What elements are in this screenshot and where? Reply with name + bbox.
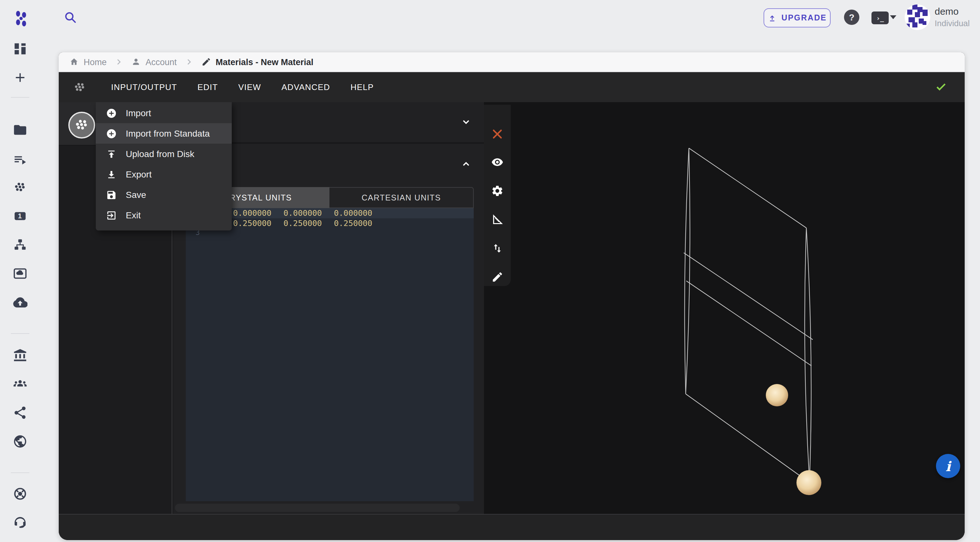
share-icon [13, 405, 27, 420]
menu-item-save[interactable]: Save [96, 184, 232, 205]
sidebar-item-people[interactable] [9, 373, 31, 394]
sidebar-item-materials-dots[interactable] [9, 176, 31, 198]
wave-3d-viewer[interactable]: i [484, 102, 965, 514]
dashboard-icon [13, 41, 27, 56]
menu-item-import-from-standata[interactable]: Import from Standata [96, 123, 232, 144]
plus-icon [13, 70, 27, 84]
breadcrumb-label: Home [84, 57, 107, 67]
search-button[interactable] [63, 10, 77, 24]
search-icon [63, 10, 77, 24]
changes-saved-button[interactable] [934, 80, 948, 94]
viewer-eye-button[interactable] [491, 156, 504, 168]
viewer-gear-button[interactable] [491, 184, 504, 197]
menu-item-export[interactable]: Export [96, 164, 232, 184]
sidebar-item-help-wheel[interactable] [9, 483, 31, 504]
sidebar-item-support-agent[interactable] [9, 511, 31, 533]
flowchart-icon [13, 237, 27, 252]
question-mark-icon: ? [849, 12, 854, 22]
upload-icon [106, 148, 117, 159]
upgrade-label: UPGRADE [781, 13, 827, 22]
editor-scrollbar[interactable] [175, 504, 460, 512]
download-icon [106, 169, 117, 180]
viewer-swap-vertical-button[interactable] [491, 242, 504, 255]
sidebar-item-globe[interactable] [9, 430, 31, 452]
menu-item-upload-from-disk[interactable]: Upload from Disk [96, 144, 232, 164]
designer-body: Lattice Basis CRYSTAL UNITS CARTESIAN UN… [59, 102, 965, 514]
menu-item-label: Exit [126, 210, 141, 220]
workspace-card: HomeAccountMaterials - New Material INPU… [59, 52, 965, 540]
sidebar-item-media-image[interactable] [9, 262, 31, 284]
app-window: UPGRADE ? ›_ demo Individual 1 HomeAccou… [0, 0, 980, 542]
material-dots-icon [73, 117, 90, 134]
sidebar-item-cloud-upload[interactable] [9, 291, 31, 313]
atom-sphere [766, 384, 788, 406]
upgrade-button[interactable]: UPGRADE [764, 8, 830, 27]
media-image-icon [13, 266, 27, 281]
console-button[interactable]: ›_ [872, 11, 889, 24]
save-icon [106, 189, 117, 200]
menu-item-label: Import [126, 108, 151, 118]
sidebar-item-flowchart[interactable] [9, 234, 31, 255]
chevron-down-icon[interactable] [460, 116, 473, 128]
sidebar-item-bank[interactable] [9, 344, 31, 366]
viewer-set-square-button[interactable] [491, 213, 504, 226]
info-button[interactable]: i [936, 454, 960, 478]
sidebar-divider [11, 333, 29, 334]
menu-help[interactable]: HELP [340, 77, 384, 97]
card-footer [59, 514, 965, 540]
coordinate-value: 0.250000 [334, 218, 372, 228]
menu-item-label: Import from Standata [126, 128, 210, 138]
people-icon [13, 376, 27, 391]
tab-cartesian-units[interactable]: CARTESIAN UNITS [329, 187, 474, 208]
breadcrumb-item-account[interactable]: Account [131, 57, 177, 67]
caret-down-icon[interactable] [890, 15, 896, 19]
coordinate-value: 0.250000 [283, 218, 322, 228]
info-icon: i [945, 458, 951, 474]
breadcrumb-item-materials-new-material: Materials - New Material [201, 57, 313, 67]
sidebar-item-share[interactable] [9, 402, 31, 423]
slide-number-badge: 1 [18, 212, 22, 219]
menu-view[interactable]: VIEW [228, 77, 271, 97]
menu-edit[interactable]: EDIT [188, 77, 228, 97]
material-dots-icon [73, 80, 87, 94]
menu-item-label: Upload from Disk [126, 149, 194, 159]
menu-item-import[interactable]: Import [96, 103, 232, 123]
menu-item-exit[interactable]: Exit [96, 205, 232, 225]
viewer-pencil-button[interactable] [491, 271, 504, 283]
breadcrumb-item-home[interactable]: Home [69, 57, 107, 67]
swap-vertical-icon [491, 242, 504, 255]
chevron-up-icon[interactable] [460, 158, 473, 170]
coordinate-value: 0.000000 [334, 208, 372, 218]
input-output-menu: ImportImport from StandataUpload from Di… [96, 102, 232, 230]
sidebar-divider [11, 97, 29, 98]
viewer-close-button[interactable] [491, 128, 504, 140]
crystal-scene [484, 102, 965, 514]
designer-menubar: INPUT/OUTPUTEDITVIEWADVANCEDHELP [59, 72, 965, 102]
menu-advanced[interactable]: ADVANCED [271, 77, 340, 97]
plus-circle-icon [106, 108, 117, 118]
viewer-toolbar [484, 105, 511, 286]
support-agent-icon [13, 515, 27, 529]
sidebar-item-plus[interactable] [9, 67, 31, 88]
brand-logo-icon[interactable] [11, 8, 31, 27]
basis-editor[interactable]: 10.0000000.0000000.00000020.2500000.2500… [186, 208, 474, 501]
materials-dots-icon [13, 180, 27, 194]
help-wheel-icon [13, 486, 27, 501]
breadcrumb-label: Materials - New Material [216, 57, 313, 67]
sidebar-item-folder[interactable] [9, 119, 31, 140]
gear-icon [491, 184, 504, 197]
check-icon [934, 80, 948, 94]
upload-arrow-icon [767, 13, 777, 23]
sidebar-item-playlist-play[interactable] [9, 148, 31, 170]
terminal-icon: ›_ [876, 14, 884, 21]
sidebar-item-slide-number[interactable]: 1 [9, 205, 31, 227]
help-button[interactable]: ? [844, 10, 859, 25]
coordinate-value: 0.250000 [233, 218, 271, 228]
menu-input-output[interactable]: INPUT/OUTPUT [101, 77, 188, 97]
close-icon [491, 128, 504, 140]
coordinate-value: 0.000000 [233, 208, 271, 218]
sidebar-item-dashboard[interactable] [9, 38, 31, 59]
user-avatar[interactable] [905, 5, 930, 30]
material-avatar [68, 112, 95, 138]
set-square-icon [491, 213, 504, 226]
